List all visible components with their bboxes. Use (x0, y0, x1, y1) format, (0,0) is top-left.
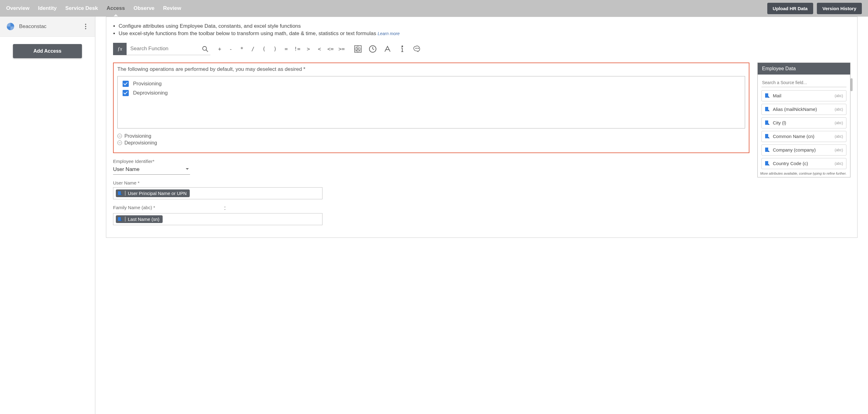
operator-plus[interactable]: + (215, 44, 224, 54)
remove-icon[interactable] (117, 140, 122, 145)
svg-rect-24 (118, 217, 121, 221)
operator-not-equals[interactable]: != (292, 44, 302, 54)
operation-option-deprovisioning[interactable]: Deprovisioning (123, 90, 740, 96)
source-field-icon (765, 134, 770, 139)
source-field-icon (765, 161, 770, 166)
svg-point-19 (402, 45, 403, 46)
source-field-type: (abc) (835, 161, 843, 166)
operator-gte[interactable]: >= (337, 44, 346, 54)
selected-operations-list: Provisioning Deprovisioning (117, 133, 745, 146)
source-field-item[interactable]: Company (company) (abc) (762, 145, 846, 156)
instruction-item: Configure attributes using Employee Data… (119, 23, 850, 30)
svg-rect-34 (765, 148, 768, 152)
svg-rect-30 (765, 121, 768, 125)
add-access-button[interactable]: Add Access (13, 44, 82, 58)
operator-group: + - * / ( ) = != > < <= >= (215, 44, 346, 54)
nav-tabs: Overview Identity Service Desk Access Ob… (6, 0, 767, 16)
tab-service-desk[interactable]: Service Desk (65, 0, 98, 16)
tab-observe[interactable]: Observe (134, 0, 155, 16)
family-name-input[interactable]: Last Name (sn) (113, 213, 322, 225)
checkbox-checked-icon[interactable] (123, 90, 129, 96)
svg-rect-36 (765, 161, 768, 165)
ai-category-icon[interactable] (413, 45, 421, 53)
source-field-item[interactable]: Country Code (c) (abc) (762, 158, 846, 169)
operator-close-paren[interactable]: ) (270, 44, 280, 54)
operator-gt[interactable]: > (303, 44, 313, 54)
operator-divide[interactable]: / (248, 44, 258, 54)
scrollbar-thumb[interactable] (850, 78, 852, 91)
operations-label: The following operations are performed b… (117, 66, 745, 72)
search-function-input[interactable] (127, 43, 210, 55)
svg-marker-37 (768, 164, 770, 165)
attribute-chip[interactable]: Last Name (sn) (116, 215, 163, 223)
colon-separator: : (224, 205, 226, 211)
fx-icon[interactable]: ƒx (113, 43, 127, 55)
user-name-input[interactable]: User Principal Name or UPN (113, 187, 322, 199)
operator-multiply[interactable]: * (237, 44, 247, 54)
upload-hr-data-button[interactable]: Upload HR Data (767, 3, 813, 14)
source-field-type: (abc) (835, 107, 843, 112)
tab-overview[interactable]: Overview (6, 0, 30, 16)
svg-rect-26 (765, 93, 768, 98)
svg-marker-31 (768, 123, 770, 125)
operation-option-provisioning[interactable]: Provisioning (123, 81, 740, 87)
svg-rect-28 (765, 107, 768, 111)
selected-operation-item: Deprovisioning (117, 140, 745, 146)
operation-label: Deprovisioning (133, 90, 167, 96)
source-field-type: (abc) (835, 134, 843, 138)
operator-lt[interactable]: < (314, 44, 324, 54)
employee-data-panel: Employee Data Mail (abc) Alias (mail (757, 63, 850, 178)
sidebar: Beaconstac Add Access (0, 17, 95, 414)
tab-identity[interactable]: Identity (38, 0, 57, 16)
svg-marker-33 (768, 137, 770, 138)
source-field-name: Alias (mailNickName) (773, 106, 832, 112)
source-field-item[interactable]: City (l) (abc) (762, 117, 846, 128)
tab-access[interactable]: Access (106, 0, 125, 16)
selected-operation-label: Deprovisioning (124, 140, 157, 146)
app-row[interactable]: Beaconstac (0, 17, 95, 37)
more-attributes-note: More attributes available, continue typi… (758, 170, 850, 177)
operator-equals[interactable]: = (281, 44, 291, 54)
source-field-name: City (l) (773, 120, 832, 125)
family-name-label: Family Name (abc) * (113, 205, 155, 210)
source-field-icon (765, 106, 770, 112)
source-field-type: (abc) (835, 94, 843, 98)
remove-icon[interactable] (117, 134, 122, 138)
search-icon[interactable] (202, 45, 209, 52)
operator-lte[interactable]: <= (326, 44, 335, 54)
info-category-icon[interactable] (398, 45, 406, 53)
employee-identifier-select[interactable]: User Name (113, 165, 190, 174)
instructions-list: Configure attributes using Employee Data… (119, 23, 850, 37)
tab-review[interactable]: Review (163, 0, 181, 16)
kebab-menu-icon[interactable] (83, 24, 89, 29)
source-field-name: Company (company) (773, 147, 832, 153)
operations-highlight-box: The following operations are performed b… (113, 63, 749, 153)
svg-marker-25 (121, 219, 122, 221)
source-field-icon (765, 147, 770, 153)
user-name-label: User Name * (113, 180, 749, 185)
svg-line-1 (206, 50, 208, 52)
time-category-icon[interactable] (369, 45, 377, 53)
svg-rect-32 (765, 134, 768, 138)
employee-data-search-input[interactable] (762, 78, 846, 87)
source-field-type: (abc) (835, 121, 843, 125)
attribute-chip[interactable]: User Principal Name or UPN (116, 189, 190, 197)
employee-data-header: Employee Data (758, 63, 850, 74)
source-field-item[interactable]: Common Name (cn) (abc) (762, 131, 846, 142)
svg-marker-29 (768, 110, 770, 111)
math-category-icon[interactable] (354, 45, 362, 53)
operator-open-paren[interactable]: ( (259, 44, 269, 54)
text-category-icon[interactable] (383, 45, 392, 53)
source-field-item[interactable]: Alias (mailNickName) (abc) (762, 104, 846, 115)
learn-more-link[interactable]: Learn more (378, 31, 400, 36)
svg-point-0 (203, 46, 207, 50)
source-field-name: Mail (773, 93, 832, 98)
source-field-item[interactable]: Mail (abc) (762, 90, 846, 101)
version-history-button[interactable]: Version History (817, 3, 862, 14)
nav-actions: Upload HR Data Version History (767, 3, 862, 14)
attribute-chip-icon (118, 191, 123, 195)
operator-minus[interactable]: - (226, 44, 236, 54)
checkbox-checked-icon[interactable] (123, 81, 129, 87)
source-field-icon (765, 120, 770, 126)
operation-label: Provisioning (133, 81, 162, 87)
